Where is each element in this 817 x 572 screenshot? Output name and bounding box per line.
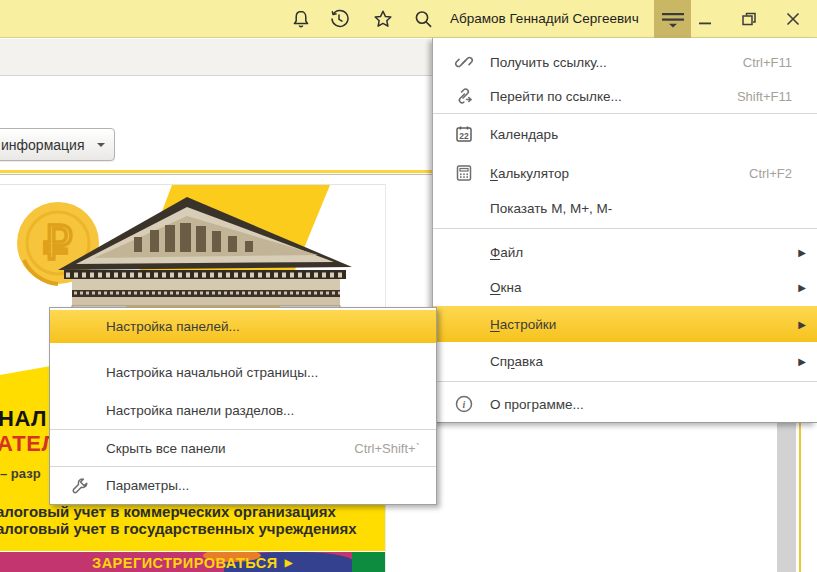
- empty-icon-slot: [70, 439, 90, 459]
- ad-bullet-1: алоговый учет в коммерческих организация…: [0, 503, 336, 520]
- empty-icon-slot: [70, 363, 90, 383]
- menu-item-label: Показать М, М+, М-: [490, 201, 612, 216]
- close-button[interactable]: [778, 0, 808, 38]
- burger-menu-icon: [661, 9, 685, 29]
- information-dropdown-button[interactable]: информация: [0, 128, 115, 161]
- submenu-arrow-icon: ▶: [798, 282, 806, 293]
- empty-icon-slot: [454, 277, 474, 297]
- titlebar: Абрамов Геннадий Сергеевич: [0, 0, 817, 38]
- submenu-item-shortcut: Ctrl+Shift+`: [354, 441, 436, 456]
- menu-item-label: Получить ссылку...: [490, 55, 607, 70]
- empty-icon-slot: [454, 314, 474, 334]
- right-yellow-splitter: [799, 423, 801, 572]
- minimize-button[interactable]: [690, 0, 720, 38]
- menu-item-goto-link[interactable]: Перейти по ссылке... Shift+F11: [433, 79, 817, 113]
- register-button[interactable]: ЗАРЕГИСТРИРОВАТЬСЯ ▶: [0, 552, 385, 572]
- submenu-arrow-icon: ▶: [798, 356, 806, 367]
- panel-separator-yellow-line: [0, 170, 432, 173]
- menu-item-label: Справка: [490, 354, 543, 369]
- empty-icon-slot: [454, 242, 474, 262]
- ad-subline-fragment: – разр: [0, 466, 41, 481]
- menu-item-show-m[interactable]: Показать М, М+, М-: [433, 191, 817, 225]
- submenu-item-sections-panel-settings[interactable]: Настройка панели разделов...: [50, 394, 436, 427]
- menu-separator: [50, 429, 436, 430]
- menu-item-label: Файл: [490, 245, 523, 260]
- submenu-item-label: Настройка начальной страницы...: [106, 365, 318, 380]
- menu-item-get-link[interactable]: Получить ссылку... Ctrl+F11: [433, 45, 817, 79]
- menu-item-settings[interactable]: Настройки ▶: [433, 306, 817, 342]
- history-icon[interactable]: [329, 9, 349, 29]
- wrench-icon: [70, 476, 90, 496]
- menu-separator: [433, 381, 817, 382]
- ad-register-strip: ЗАРЕГИСТРИРОВАТЬСЯ ▶: [0, 552, 385, 572]
- arrow-right-icon: ▶: [285, 557, 293, 568]
- submenu-arrow-icon: ▶: [798, 319, 806, 330]
- menu-item-label: Настройки: [490, 317, 556, 332]
- about-info-icon: i: [454, 394, 474, 414]
- restore-button[interactable]: [734, 0, 764, 38]
- main-dropdown-menu: Получить ссылку... Ctrl+F11 Перейти по с…: [432, 38, 817, 423]
- vertical-scrollbar[interactable]: [777, 423, 796, 572]
- menu-item-label: Календарь: [490, 127, 558, 142]
- submenu-item-label: Скрыть все панели: [106, 441, 226, 456]
- get-link-icon: [454, 52, 474, 72]
- search-icon[interactable]: [413, 9, 433, 29]
- calculator-icon: [454, 163, 474, 183]
- menu-item-about[interactable]: i О программе...: [433, 387, 817, 421]
- menu-item-file[interactable]: Файл ▶: [433, 235, 817, 269]
- submenu-item-panel-settings[interactable]: Настройка панелей...: [50, 310, 436, 343]
- svg-text:₽: ₽: [43, 217, 72, 269]
- background-toolbar: [0, 39, 432, 76]
- app-window: информация ₽: [0, 0, 817, 572]
- menu-separator: [50, 466, 436, 467]
- empty-icon-slot: [454, 198, 474, 218]
- menu-item-windows[interactable]: Окна ▶: [433, 270, 817, 304]
- submenu-arrow-icon: ▶: [798, 247, 806, 258]
- menu-item-label: Перейти по ссылке...: [490, 89, 622, 104]
- register-label: ЗАРЕГИСТРИРОВАТЬСЯ: [92, 555, 278, 571]
- menu-item-shortcut: Shift+F11: [737, 89, 817, 104]
- menu-separator: [433, 228, 817, 229]
- submenu-item-label: Настройка панели разделов...: [106, 403, 294, 418]
- menu-separator: [433, 113, 817, 114]
- empty-icon-slot: [454, 351, 474, 371]
- goto-link-icon: [454, 86, 474, 106]
- menu-item-shortcut: Ctrl+F2: [749, 166, 817, 181]
- ad-headline-fragment: НАЛ: [0, 406, 47, 432]
- submenu-item-parameters[interactable]: Параметры...: [50, 469, 436, 502]
- submenu-item-start-page-settings[interactable]: Настройка начальной страницы...: [50, 356, 436, 389]
- menu-item-label: Окна: [490, 280, 521, 295]
- menu-item-shortcut: Ctrl+F11: [743, 55, 817, 70]
- submenu-item-label: Настройка панелей...: [106, 319, 240, 334]
- chevron-down-icon: [97, 143, 105, 147]
- menu-item-label: Калькулятор: [490, 166, 569, 181]
- ad-bullet-2: алоговый учет в государственных учрежден…: [0, 520, 357, 537]
- current-user-name[interactable]: Абрамов Геннадий Сергеевич: [450, 0, 639, 38]
- menu-item-calculator[interactable]: Калькулятор Ctrl+F2: [433, 156, 817, 190]
- submenu-item-label: Параметры...: [106, 478, 189, 493]
- information-dropdown-label: информация: [1, 137, 84, 153]
- empty-icon-slot: [70, 317, 90, 337]
- settings-submenu: Настройка панелей... Настройка начальной…: [49, 307, 437, 505]
- svg-text:i: i: [463, 399, 466, 410]
- menu-item-label: О программе...: [490, 397, 584, 412]
- menu-item-calendar[interactable]: 22 Календарь: [433, 117, 817, 151]
- calendar-icon: 22: [454, 124, 474, 144]
- notifications-bell-icon[interactable]: [291, 9, 311, 29]
- empty-icon-slot: [70, 401, 90, 421]
- panel-separator-gray-line: [0, 174, 432, 175]
- main-menu-button[interactable]: [654, 0, 691, 38]
- submenu-item-hide-all-panels[interactable]: Скрыть все панели Ctrl+Shift+`: [50, 432, 436, 465]
- menu-item-help[interactable]: Справка ▶: [433, 344, 817, 378]
- svg-text:22: 22: [459, 131, 469, 141]
- favorites-star-icon[interactable]: [373, 9, 393, 29]
